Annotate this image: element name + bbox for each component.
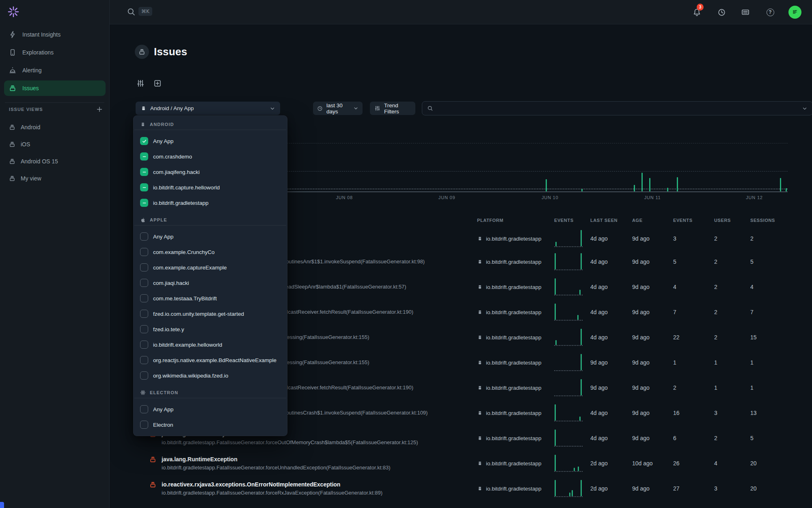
app-option[interactable]: com.jiaqifeng.hacki: [134, 164, 287, 180]
last-seen-value: 2d ago: [590, 460, 632, 467]
app-option[interactable]: org.wikimedia.wikipedia.fzed.io: [134, 368, 287, 383]
platform-label: io.bitdrift.gradletestapp: [486, 486, 542, 492]
checkbox-unchecked[interactable]: [140, 310, 148, 318]
notifications-bell-icon[interactable]: 3: [690, 6, 703, 19]
app-selector-dropdown[interactable]: Android / Any App: [136, 102, 280, 115]
view-item-my-view[interactable]: My view: [4, 172, 106, 185]
events-sparkline: [554, 430, 583, 447]
view-item-label: iOS: [21, 141, 30, 148]
table-row[interactable]: java.lang.RuntimeException io.bitdrift.g…: [135, 451, 788, 476]
checkbox-unchecked[interactable]: [140, 341, 148, 349]
app-option-label: com.jiaqifeng.hacki: [153, 169, 200, 175]
col-events[interactable]: EVENTS: [673, 218, 714, 223]
app-option[interactable]: com.crashdemo: [134, 149, 287, 164]
app-option[interactable]: io.bitdrift.example.helloworld: [134, 337, 287, 352]
sidebar-item-instant-insights[interactable]: Instant Insights: [4, 27, 106, 42]
app-option[interactable]: com.jiaqi.hacki: [134, 275, 287, 291]
sparkline-bar: [555, 242, 557, 246]
checkbox-unchecked[interactable]: [140, 405, 148, 413]
changelog-keyboard-icon[interactable]: [739, 6, 752, 19]
checkbox-unchecked[interactable]: [140, 325, 148, 333]
app-option[interactable]: Any App: [134, 133, 287, 149]
checkbox-partial[interactable]: [140, 152, 148, 161]
view-item-ios[interactable]: iOS: [4, 137, 106, 151]
checkbox-unchecked[interactable]: [140, 263, 148, 271]
checkbox-unchecked[interactable]: [140, 294, 148, 302]
avatar[interactable]: IF: [788, 6, 801, 19]
sidebar-item-alerting[interactable]: Alerting: [4, 63, 106, 78]
sparkline-bar: [555, 304, 556, 320]
sparkline-bar: [581, 379, 582, 395]
sidebar-item-explorations[interactable]: Explorations: [4, 45, 106, 60]
age-value: 9d ago: [632, 384, 673, 391]
checkbox-partial[interactable]: [140, 183, 148, 191]
events-sparkline: [554, 480, 583, 497]
bitdrift-logo-icon[interactable]: [7, 6, 19, 18]
add-view-icon[interactable]: [96, 106, 103, 113]
trend-filters-button[interactable]: Trend Filters: [370, 102, 415, 115]
age-value: 10d ago: [632, 460, 673, 467]
chat-bubble-fragment[interactable]: [0, 502, 4, 508]
checkbox-partial[interactable]: [140, 168, 148, 176]
last-seen-value: 2d ago: [590, 485, 632, 492]
col-events-chart[interactable]: EVENTS: [554, 218, 590, 223]
checkbox-partial[interactable]: [140, 199, 148, 207]
table-row[interactable]: Undetermined ANR: [135, 501, 788, 508]
col-age[interactable]: AGE: [632, 218, 673, 223]
app-root: Instant Insights Explorations Alerting I…: [0, 0, 812, 508]
app-option[interactable]: io.bitdrift.gradletestapp: [134, 195, 287, 211]
checkbox-checked[interactable]: [140, 137, 148, 145]
app-option[interactable]: org.reactjs.native.example.BdReactNative…: [134, 352, 287, 368]
sidebar-item-label: Issues: [22, 85, 39, 91]
col-last-seen[interactable]: LAST SEEN: [590, 218, 632, 223]
checkbox-unchecked[interactable]: [140, 248, 148, 256]
checkbox-unchecked[interactable]: [140, 371, 148, 380]
app-option[interactable]: com.example.CrunchyCo: [134, 244, 287, 260]
issue-search-input[interactable]: [436, 105, 799, 111]
app-option[interactable]: fzed.io.com.unity.template.get-started: [134, 306, 287, 321]
app-option[interactable]: com.example.captureExample: [134, 260, 287, 275]
app-option-label: com.example.captureExample: [153, 265, 227, 271]
col-platform[interactable]: PLATFORM: [477, 218, 554, 223]
users-value: 3: [714, 485, 750, 492]
issue-search-box[interactable]: [422, 101, 812, 115]
col-users[interactable]: USERS: [714, 218, 750, 223]
sidebar-item-issues[interactable]: Issues: [4, 80, 106, 96]
app-option-label: com.crashdemo: [153, 154, 192, 160]
platform-label: io.bitdrift.gradletestapp: [486, 360, 542, 366]
checkbox-unchecked[interactable]: [140, 356, 148, 364]
sidebar-item-label: Instant Insights: [22, 31, 60, 38]
checkbox-unchecked[interactable]: [140, 421, 148, 429]
app-option[interactable]: Any App: [134, 229, 287, 244]
date-range-dropdown[interactable]: last 30 days: [313, 102, 363, 115]
app-option[interactable]: Electron: [134, 417, 287, 432]
section-label: ANDROID: [150, 122, 174, 127]
alarm-icon: [9, 67, 16, 74]
app-option[interactable]: io.bitdrift.capture.helloworld: [134, 180, 287, 195]
users-value: 2: [714, 334, 750, 341]
history-clock-icon[interactable]: [715, 6, 728, 19]
app-option-label: io.bitdrift.example.helloworld: [153, 342, 222, 348]
col-sessions[interactable]: SESSIONS: [750, 218, 788, 223]
page-title: Issues: [154, 46, 187, 58]
app-section-android: ANDROIDAny Appcom.crashdemocom.jiaqifeng…: [134, 119, 287, 211]
help-icon[interactable]: ?: [764, 6, 777, 19]
global-search-icon[interactable]: [127, 7, 136, 16]
add-panel-icon[interactable]: [153, 79, 162, 87]
users-value: 2: [714, 284, 750, 290]
app-option[interactable]: fzed.io.tete.y: [134, 321, 287, 337]
app-section-electron: ELECTRONAny AppElectron: [134, 387, 287, 432]
app-option[interactable]: com.me.testaaa.TryBitdrift: [134, 291, 287, 306]
view-item-android[interactable]: Android: [4, 120, 106, 134]
last-seen-value: 4d ago: [590, 435, 632, 441]
column-settings-icon[interactable]: [136, 79, 145, 87]
users-value: 1: [714, 384, 750, 391]
table-row[interactable]: io.reactivex.rxjava3.exceptions.OnErrorN…: [135, 476, 788, 501]
view-item-android-os-15[interactable]: Android OS 15: [4, 154, 106, 168]
chart-bar: [677, 177, 678, 191]
checkbox-unchecked[interactable]: [140, 232, 148, 241]
checkbox-unchecked[interactable]: [140, 279, 148, 287]
electron-icon: [140, 390, 146, 395]
app-option[interactable]: Any App: [134, 402, 287, 417]
search-icon: [427, 105, 433, 111]
